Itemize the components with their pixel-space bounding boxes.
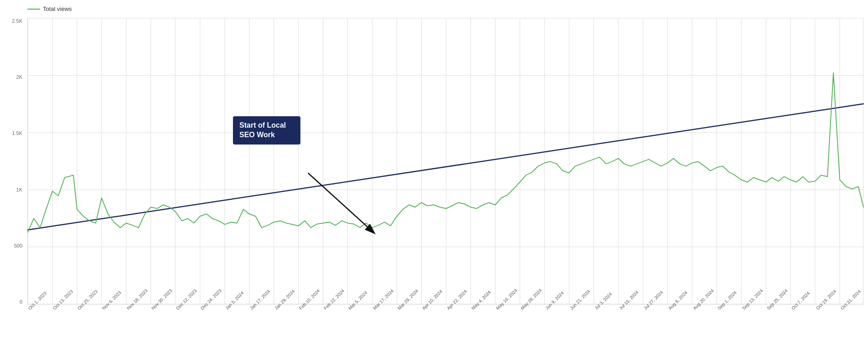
y-label-2000: 2K: [16, 74, 22, 80]
svg-line-43: [308, 173, 367, 227]
legend-label: Total views: [43, 5, 72, 12]
y-label-1000: 1K: [16, 187, 22, 192]
chart-legend: Total views: [27, 5, 72, 12]
chart-container: Total views 2.5K 2K 1.5K 1K 500 0: [0, 0, 868, 341]
y-axis-labels: 2.5K 2K 1.5K 1K 500 0: [0, 18, 25, 305]
chart-area: Start of Local SEO Work: [27, 18, 863, 305]
x-axis-labels: Oct 1, 2023 Oct 13, 2023 Oct 25, 2023 No…: [27, 305, 863, 341]
annotation-label: Start of Local SEO Work: [239, 121, 286, 139]
y-label-2500: 2.5K: [12, 18, 22, 24]
chart-svg: [28, 18, 863, 304]
legend-line-icon: [27, 9, 40, 10]
y-label-500: 500: [14, 243, 22, 248]
annotation-box: Start of Local SEO Work: [233, 116, 300, 145]
y-label-1500: 1.5K: [12, 130, 22, 136]
y-label-0: 0: [20, 299, 22, 305]
svg-line-42: [28, 104, 863, 230]
